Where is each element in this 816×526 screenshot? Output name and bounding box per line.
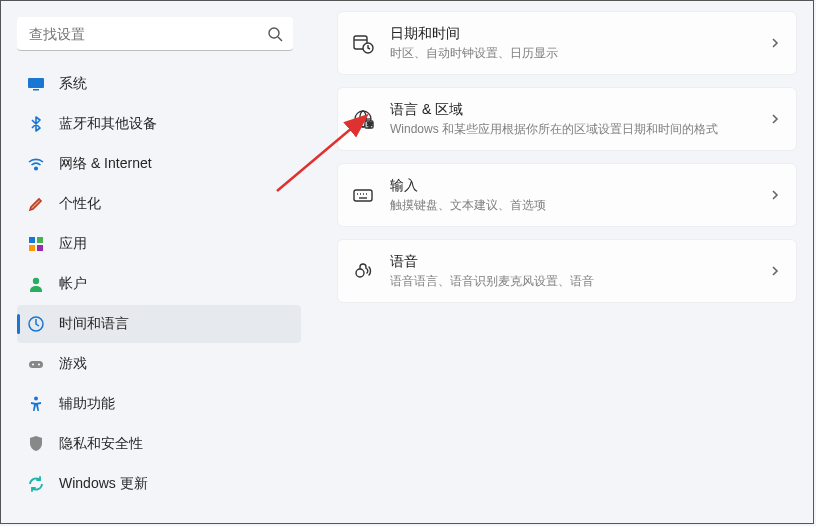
- sidebar-item-privacy[interactable]: 隐私和安全性: [17, 425, 301, 463]
- sidebar-item-windows-update[interactable]: Windows 更新: [17, 465, 301, 503]
- speech-icon: [352, 260, 374, 282]
- sidebar-item-network[interactable]: 网络 & Internet: [17, 145, 301, 183]
- card-subtitle: 语音语言、语音识别麦克风设置、语音: [390, 273, 760, 290]
- card-text: 语音 语音语言、语音识别麦克风设置、语音: [390, 252, 760, 290]
- svg-point-13: [38, 364, 40, 366]
- svg-rect-23: [354, 190, 372, 201]
- sidebar-item-label: 游戏: [59, 355, 87, 373]
- sidebar-item-personalization[interactable]: 个性化: [17, 185, 301, 223]
- brush-icon: [27, 195, 45, 213]
- apps-icon: [27, 235, 45, 253]
- sidebar-item-time-language[interactable]: 时间和语言: [17, 305, 301, 343]
- card-text: 日期和时间 时区、自动时钟设置、日历显示: [390, 24, 760, 62]
- update-icon: [27, 475, 45, 493]
- system-icon: [27, 75, 45, 93]
- card-title: 日期和时间: [390, 24, 760, 44]
- shield-icon: [27, 435, 45, 453]
- sidebar-item-bluetooth[interactable]: 蓝牙和其他设备: [17, 105, 301, 143]
- card-text: 输入 触摸键盘、文本建议、首选项: [390, 176, 760, 214]
- card-date-time[interactable]: 日期和时间 时区、自动时钟设置、日历显示: [337, 11, 797, 75]
- card-language-region[interactable]: 字 语言 & 区域 Windows 和某些应用根据你所在的区域设置日期和时间的格…: [337, 87, 797, 151]
- chevron-right-icon: [768, 264, 782, 278]
- sidebar-item-label: 网络 & Internet: [59, 155, 152, 173]
- sidebar-item-label: 辅助功能: [59, 395, 115, 413]
- chevron-right-icon: [768, 112, 782, 126]
- search-input[interactable]: [17, 17, 293, 51]
- svg-rect-3: [33, 89, 39, 91]
- keyboard-icon: [352, 184, 374, 206]
- card-subtitle: Windows 和某些应用根据你所在的区域设置日期和时间的格式: [390, 121, 760, 138]
- sidebar-item-accessibility[interactable]: 辅助功能: [17, 385, 301, 423]
- sidebar-item-label: 蓝牙和其他设备: [59, 115, 157, 133]
- sidebar-item-apps[interactable]: 应用: [17, 225, 301, 263]
- card-title: 语音: [390, 252, 760, 272]
- svg-point-0: [269, 28, 279, 38]
- card-text: 语言 & 区域 Windows 和某些应用根据你所在的区域设置日期和时间的格式: [390, 100, 760, 138]
- sidebar: 系统 蓝牙和其他设备 网络 & Internet 个性化: [9, 1, 309, 523]
- sidebar-item-accounts[interactable]: 帐户: [17, 265, 301, 303]
- svg-rect-8: [37, 245, 43, 251]
- svg-rect-7: [29, 245, 35, 251]
- svg-rect-11: [29, 361, 43, 368]
- sidebar-nav: 系统 蓝牙和其他设备 网络 & Internet 个性化: [17, 65, 301, 503]
- svg-point-12: [32, 364, 34, 366]
- chevron-right-icon: [768, 188, 782, 202]
- gamepad-icon: [27, 355, 45, 373]
- sidebar-item-label: 个性化: [59, 195, 101, 213]
- svg-rect-2: [28, 78, 44, 88]
- svg-rect-6: [37, 237, 43, 243]
- calendar-clock-icon: [352, 32, 374, 54]
- clock-globe-icon: [27, 315, 45, 333]
- sidebar-item-system[interactable]: 系统: [17, 65, 301, 103]
- globe-text-icon: 字: [352, 108, 374, 130]
- svg-line-1: [278, 37, 282, 41]
- user-icon: [27, 275, 45, 293]
- chevron-right-icon: [768, 36, 782, 50]
- sidebar-item-label: Windows 更新: [59, 475, 148, 493]
- card-title: 输入: [390, 176, 760, 196]
- svg-text:字: 字: [367, 121, 373, 128]
- card-typing[interactable]: 输入 触摸键盘、文本建议、首选项: [337, 163, 797, 227]
- svg-point-9: [33, 278, 39, 284]
- card-speech[interactable]: 语音 语音语言、语音识别麦克风设置、语音: [337, 239, 797, 303]
- card-subtitle: 触摸键盘、文本建议、首选项: [390, 197, 760, 214]
- card-title: 语言 & 区域: [390, 100, 760, 120]
- wifi-icon: [27, 155, 45, 173]
- card-subtitle: 时区、自动时钟设置、日历显示: [390, 45, 760, 62]
- svg-point-29: [356, 269, 364, 277]
- accessibility-icon: [27, 395, 45, 413]
- sidebar-item-label: 系统: [59, 75, 87, 93]
- bluetooth-icon: [27, 115, 45, 133]
- svg-point-14: [34, 397, 38, 401]
- sidebar-item-label: 帐户: [59, 275, 87, 293]
- sidebar-item-label: 时间和语言: [59, 315, 129, 333]
- settings-window: 系统 蓝牙和其他设备 网络 & Internet 个性化: [0, 0, 814, 524]
- sidebar-item-gaming[interactable]: 游戏: [17, 345, 301, 383]
- main-content: 日期和时间 时区、自动时钟设置、日历显示 字 语言 & 区域 Windows 和…: [337, 11, 797, 315]
- sidebar-item-label: 隐私和安全性: [59, 435, 143, 453]
- sidebar-item-label: 应用: [59, 235, 87, 253]
- search-icon: [267, 26, 283, 42]
- svg-rect-5: [29, 237, 35, 243]
- svg-point-4: [35, 167, 38, 170]
- search-wrap: [17, 17, 293, 51]
